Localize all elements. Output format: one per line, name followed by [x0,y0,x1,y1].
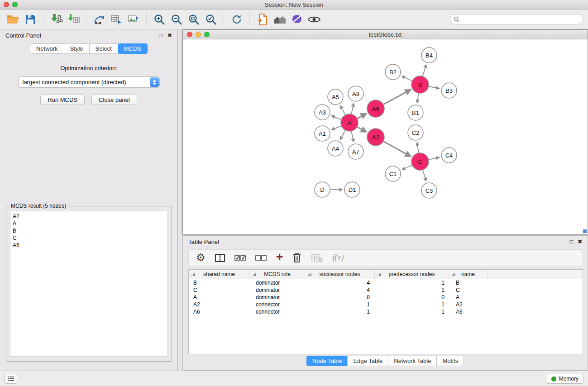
workspace: Control Panel □ ✖ NetworkStyleSelectMCDS… [0,29,588,371]
zoom-window-button[interactable] [12,2,18,7]
column-header-name[interactable]: name [449,270,488,279]
graph-edge-A-A4[interactable] [340,131,345,140]
export-image-button[interactable] [125,11,142,28]
graph-edge-B-B1[interactable] [417,94,419,103]
network-window-titlebar[interactable]: testGlobe.txt [183,30,588,39]
column-header-mcds-role[interactable]: MCDS role [250,270,305,279]
table-row[interactable]: A6connector11A6 [189,308,583,315]
graph-edge-A-A5[interactable] [340,105,345,114]
tab-network-table[interactable]: Network Table [388,356,437,366]
graph-edge-C-C1[interactable] [402,165,412,170]
tab-style[interactable]: Style [64,43,90,54]
graph-edge-B-B2[interactable] [402,76,412,81]
open-document-button[interactable] [254,11,271,28]
table-row[interactable]: Bdominator41B [189,279,583,286]
network-minimize-button[interactable] [196,32,201,37]
tab-network[interactable]: Network [30,43,64,54]
graph-edge-B-B4[interactable] [423,65,426,76]
close-window-button[interactable] [4,2,9,7]
table-row[interactable]: Cdominator41C [189,286,583,294]
graph-edge-A-A3[interactable] [332,116,341,119]
result-item[interactable]: A6 [13,242,165,249]
result-item[interactable]: A2 [13,213,165,220]
tab-node-table[interactable]: Node Table [306,356,348,366]
new-network-button[interactable] [91,11,108,28]
delete-table-button[interactable] [311,251,323,265]
style-brush-button[interactable] [288,11,306,28]
graph-edge-C-C3[interactable] [423,170,426,181]
tab-motifs[interactable]: Motifs [436,356,464,366]
show-hide-button[interactable] [306,11,323,28]
tab-select[interactable]: Select [89,43,118,54]
graph-edge-C-C2[interactable] [417,143,419,153]
import-network-button[interactable] [48,11,65,28]
zoom-fit-button[interactable] [185,11,202,28]
add-column-button[interactable]: + [276,250,283,264]
main-toolbar [0,10,588,29]
select-all-button[interactable] [234,251,246,265]
home-button[interactable] [271,11,288,28]
network-close-button[interactable] [187,32,192,37]
graph-edge-A2-C[interactable] [384,142,411,157]
column-header-successor-nodes[interactable]: successor nodes [305,270,375,279]
graph-edge-A-A8[interactable] [351,104,354,114]
deselect-all-button[interactable] [255,251,267,265]
graph-edge-A-A7[interactable] [351,132,354,142]
graph-node-label: A3 [319,109,326,116]
float-panel-icon[interactable]: □ [160,33,163,38]
delete-column-button[interactable] [292,251,302,265]
table-cell: A [449,294,488,301]
zoom-out-button[interactable] [168,11,185,28]
memory-button[interactable]: Memory [546,374,584,384]
network-canvas[interactable]: B4B2BB3A5A8A6B1A3AC2A1A2A4A7C4CC1DD1C3 [183,40,588,234]
network-table-button[interactable] [108,11,125,28]
refresh-button[interactable] [228,11,245,28]
table-cell: A2 [449,301,488,308]
eye-icon [307,14,321,24]
zoom-in-icon [153,14,165,25]
sort-icon [451,272,456,277]
table-row[interactable]: Adominator80A [189,294,583,301]
close-panel-icon[interactable]: ✖ [167,33,172,38]
table-cell: dominator [250,294,305,301]
zoom-selected-button[interactable] [202,11,220,28]
search-input[interactable] [450,14,583,24]
graph-edge-A-A6[interactable] [358,114,366,118]
graph-edge-B-B3[interactable] [429,86,440,89]
table-settings-button[interactable]: ⚙ [196,251,206,265]
network-zoom-button[interactable] [204,32,210,37]
mcds-result-title: MCDS result (5 nodes) [9,203,68,209]
show-columns-button[interactable] [215,251,225,265]
close-panel-icon[interactable]: ✖ [578,239,582,244]
graph-edge-A-A2[interactable] [358,127,367,132]
close-panel-button[interactable]: Close panel [91,95,137,105]
optimization-criterion-dropdown[interactable]: largest connected component (directed) [18,76,160,88]
table-row[interactable]: A2connector11A2 [189,301,583,308]
function-builder-button[interactable]: f(x) [332,251,344,265]
result-item[interactable]: B [13,227,165,234]
open-session-button[interactable] [5,11,22,28]
graph-edge-A-A1[interactable] [331,126,341,129]
graph-node-label: C2 [412,129,420,136]
column-header-shared-name[interactable]: shared name [189,270,250,279]
save-session-button[interactable] [22,11,39,28]
search-container [450,14,583,24]
resize-grip[interactable] [583,229,587,233]
float-panel-icon[interactable]: □ [570,239,573,244]
task-history-button[interactable] [5,374,17,384]
table-cell-filler [488,286,583,294]
tab-edge-table[interactable]: Edge Table [347,356,388,366]
network-graph[interactable]: B4B2BB3A5A8A6B1A3AC2A1A2A4A7C4CC1DD1C3 [183,40,588,234]
graph-edge-A6-B[interactable] [384,90,411,104]
graph-edge-C-C4[interactable] [429,157,440,160]
column-header-predecessor-nodes[interactable]: predecessor nodes [375,270,449,279]
graph-node-label: C1 [389,171,397,177]
table-cell: A6 [189,308,250,315]
tab-mcds[interactable]: MCDS [118,43,148,54]
import-table-button[interactable] [65,11,82,28]
result-item[interactable]: A [13,220,165,227]
zoom-in-button[interactable] [151,11,168,28]
run-mcds-button[interactable]: Run MCDS [40,95,85,105]
result-item[interactable]: C [13,234,165,242]
table-cell: 1 [375,308,449,315]
